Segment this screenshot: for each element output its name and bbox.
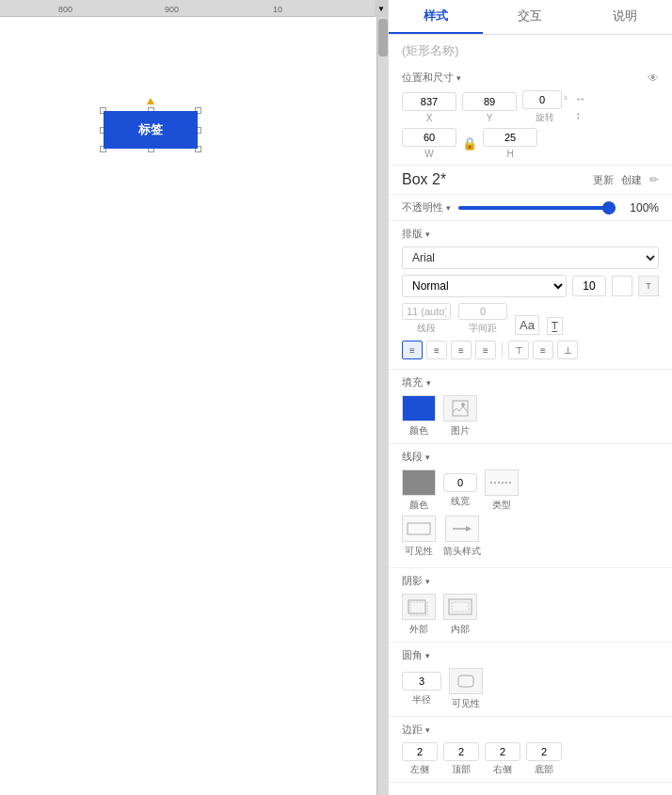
stroke-color-swatch[interactable] [402,469,436,496]
opacity-slider[interactable] [458,206,616,210]
stroke-visibility-item: 可见性 [402,516,436,558]
align-justify-btn[interactable]: ≡ [475,341,496,359]
text-transform-icon[interactable]: T̲ [547,317,563,335]
create-label[interactable]: 创建 [621,173,642,187]
stroke-type-btn[interactable] [485,469,519,496]
aa-icon[interactable]: Aa [515,315,539,335]
y-input-group: Y [462,92,517,123]
w-input[interactable] [402,128,456,147]
shape-name-placeholder: (矩形名称) [389,35,672,65]
lock-ratio-icon[interactable]: 🔒 [462,136,477,151]
tab-explain[interactable]: 说明 [578,0,672,34]
visibility-icon[interactable]: 👁 [648,72,659,85]
h-input-group: H [483,128,537,159]
stroke-arrow-btn[interactable] [445,516,479,542]
position-size-title: 位置和尺寸 [402,71,461,85]
rotate-input[interactable] [522,90,562,109]
h-input[interactable] [483,128,537,147]
stroke-width-label: 线宽 [451,495,470,508]
margin-right-label: 右侧 [493,763,512,776]
corner-visibility-label: 可见性 [452,697,480,710]
x-input[interactable] [402,92,456,111]
char-spacing-input[interactable] [458,303,507,320]
font-family-row: Arial [402,246,659,269]
valign-middle-btn[interactable]: ≡ [533,341,553,359]
shadow-inner-item: 内部 [443,594,477,636]
char-spacing-item: 字间距 [458,303,507,335]
scrollbar-right[interactable] [376,17,388,795]
margin-bottom-input[interactable] [526,742,562,761]
line-spacing-input[interactable] [402,303,451,320]
margin-top-input[interactable] [443,742,479,761]
typography-header: 排版 [402,227,659,241]
align-right-btn[interactable]: ≡ [451,341,472,359]
corner-visibility-btn[interactable] [449,668,483,694]
margin-header: 边距 [402,723,659,737]
position-size-section: 位置和尺寸 👁 X Y ° 旋转 ↔ ↕ [389,65,672,166]
canvas[interactable]: 800 900 10 ▼ 标签 [0,0,388,795]
update-label[interactable]: 更新 [593,173,614,187]
svg-rect-8 [449,599,472,614]
shadow-outer-item: 外部 [402,594,436,636]
ruler-scroll-arrow: ▼ [375,0,388,17]
align-left-btn[interactable]: ≡ [402,341,423,359]
corner-radius-input[interactable] [402,672,441,691]
edit-preset-icon[interactable]: ✏ [649,173,659,186]
stroke-visibility-btn[interactable] [402,516,436,542]
align-center-btn[interactable]: ≡ [426,341,447,359]
stroke-visibility-icon [406,519,432,538]
shadow-inner-btn[interactable] [443,594,477,620]
stroke-header: 线段 [402,450,659,464]
opacity-slider-thumb[interactable] [602,201,616,215]
shadow-outer-label: 外部 [409,623,428,636]
w-input-group: W [402,128,456,159]
font-style-select[interactable]: Normal [402,275,567,297]
x-input-group: X [402,92,456,123]
margin-bottom-item: 底部 [526,742,562,776]
opacity-slider-fill [458,206,616,210]
valign-top-btn[interactable]: ⊤ [508,341,529,359]
rotate-input-group: ° 旋转 [522,90,568,124]
fill-color-swatch[interactable] [402,395,436,421]
fill-header: 填充 [402,375,659,390]
stroke-arrow-item: 箭头样式 [443,516,481,558]
scrollbar-thumb[interactable] [378,19,388,56]
stroke-type-label: 类型 [492,499,511,512]
fill-image-box[interactable] [443,395,477,421]
shape-selection-box[interactable]: 标签 [104,111,198,149]
update-create-group: 更新 创建 ✏ [593,173,659,187]
line-spacing-item: 线段 [402,303,451,335]
font-size-input[interactable] [572,276,606,296]
shadow-outer-btn[interactable] [402,594,436,620]
svg-rect-3 [408,523,430,534]
tabs-row: 样式 交互 说明 [389,0,672,35]
y-input[interactable] [462,92,517,111]
tab-style[interactable]: 样式 [389,0,483,34]
flip-v-icon[interactable]: ↕ [575,109,586,122]
char-spacing-label: 字间距 [469,322,497,335]
font-color-box[interactable] [612,276,632,296]
flip-h-icon[interactable]: ↔ [575,92,586,105]
stroke-width-item: 线宽 [443,473,477,508]
shape-box[interactable]: 标签 [104,111,198,149]
font-family-select[interactable]: Arial [402,246,659,269]
margin-left-input[interactable] [402,742,438,761]
corner-radius-label: 半径 [412,693,431,707]
w-label: W [424,149,433,159]
fill-section: 填充 颜色 图片 [389,370,672,444]
canvas-content[interactable]: 标签 [0,17,388,795]
text-style-btn[interactable]: T [638,276,659,296]
rotate-handle[interactable] [147,98,154,104]
y-label: Y [487,113,493,123]
corner-visibility-icon [456,673,476,690]
opacity-label: 不透明性 [402,200,451,215]
stroke-width-input[interactable] [443,473,477,492]
margin-left-item: 左侧 [402,742,438,776]
margin-right-input[interactable] [485,742,520,761]
selected-shape[interactable]: 标签 [104,111,198,149]
ruler-mark-900: 900 [165,5,179,14]
tab-interaction[interactable]: 交互 [483,0,577,34]
valign-bottom-btn[interactable]: ⊥ [557,341,578,359]
stroke-row1: 颜色 线宽 类型 [402,469,659,512]
style-preset-name: Box 2* [402,171,446,188]
